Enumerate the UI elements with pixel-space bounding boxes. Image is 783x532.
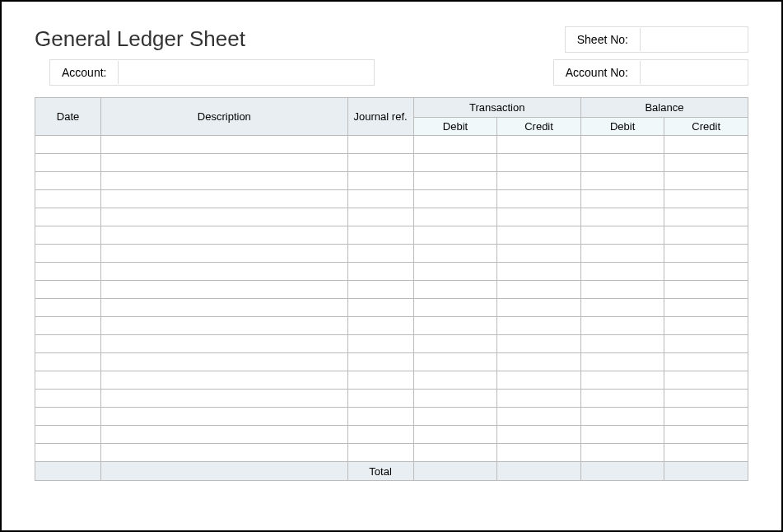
cell-bDebit[interactable] [580, 281, 664, 299]
cell-date[interactable] [35, 444, 101, 462]
account-no-value[interactable] [641, 60, 748, 85]
cell-date[interactable] [35, 245, 101, 263]
cell-bDebit[interactable] [580, 190, 664, 208]
cell-bCredit[interactable] [664, 226, 748, 245]
cell-date[interactable] [35, 154, 101, 172]
cell-date[interactable] [35, 263, 101, 281]
cell-bCredit[interactable] [664, 299, 748, 317]
cell-bDebit[interactable] [580, 335, 664, 353]
cell-bDebit[interactable] [580, 390, 664, 408]
cell-date[interactable] [35, 136, 101, 154]
cell-description[interactable] [101, 172, 347, 190]
cell-bCredit[interactable] [664, 208, 748, 226]
cell-tDebit[interactable] [413, 226, 497, 245]
cell-date[interactable] [35, 353, 101, 371]
cell-tCredit[interactable] [497, 263, 581, 281]
cell-journalRef[interactable] [347, 263, 413, 281]
cell-tCredit[interactable] [497, 335, 581, 353]
cell-tDebit[interactable] [413, 444, 497, 462]
cell-tCredit[interactable] [497, 208, 581, 226]
cell-bCredit[interactable] [664, 444, 748, 462]
cell-description[interactable] [101, 390, 347, 408]
cell-bCredit[interactable] [664, 281, 748, 299]
cell-journalRef[interactable] [347, 281, 413, 299]
cell-date[interactable] [35, 390, 101, 408]
cell-bCredit[interactable] [664, 353, 748, 371]
cell-date[interactable] [35, 335, 101, 353]
cell-bDebit[interactable] [580, 371, 664, 390]
cell-bCredit[interactable] [664, 390, 748, 408]
cell-date[interactable] [35, 317, 101, 335]
cell-bDebit[interactable] [580, 245, 664, 263]
cell-journalRef[interactable] [347, 426, 413, 444]
cell-tCredit[interactable] [497, 172, 581, 190]
cell-date[interactable] [35, 172, 101, 190]
cell-bCredit[interactable] [664, 190, 748, 208]
cell-tDebit[interactable] [413, 335, 497, 353]
cell-journalRef[interactable] [347, 335, 413, 353]
cell-bDebit[interactable] [580, 444, 664, 462]
cell-description[interactable] [101, 190, 347, 208]
cell-bCredit[interactable] [664, 371, 748, 390]
cell-tCredit[interactable] [497, 154, 581, 172]
cell-bDebit[interactable] [580, 263, 664, 281]
cell-journalRef[interactable] [347, 408, 413, 426]
cell-tDebit[interactable] [413, 208, 497, 226]
cell-bCredit[interactable] [664, 136, 748, 154]
cell-tCredit[interactable] [497, 353, 581, 371]
cell-journalRef[interactable] [347, 390, 413, 408]
cell-tDebit[interactable] [413, 426, 497, 444]
cell-tDebit[interactable] [413, 190, 497, 208]
cell-description[interactable] [101, 154, 347, 172]
cell-journalRef[interactable] [347, 317, 413, 335]
cell-date[interactable] [35, 190, 101, 208]
cell-bDebit[interactable] [580, 226, 664, 245]
cell-description[interactable] [101, 299, 347, 317]
cell-description[interactable] [101, 281, 347, 299]
cell-bDebit[interactable] [580, 408, 664, 426]
cell-description[interactable] [101, 353, 347, 371]
cell-description[interactable] [101, 136, 347, 154]
cell-journalRef[interactable] [347, 154, 413, 172]
cell-bCredit[interactable] [664, 317, 748, 335]
cell-date[interactable] [35, 426, 101, 444]
cell-tCredit[interactable] [497, 281, 581, 299]
cell-tDebit[interactable] [413, 245, 497, 263]
cell-description[interactable] [101, 408, 347, 426]
cell-tDebit[interactable] [413, 353, 497, 371]
cell-bCredit[interactable] [664, 335, 748, 353]
cell-bCredit[interactable] [664, 172, 748, 190]
cell-bCredit[interactable] [664, 426, 748, 444]
cell-description[interactable] [101, 426, 347, 444]
cell-tCredit[interactable] [497, 408, 581, 426]
cell-tDebit[interactable] [413, 317, 497, 335]
cell-tCredit[interactable] [497, 426, 581, 444]
cell-journalRef[interactable] [347, 172, 413, 190]
cell-date[interactable] [35, 208, 101, 226]
cell-bDebit[interactable] [580, 317, 664, 335]
cell-tDebit[interactable] [413, 281, 497, 299]
cell-tDebit[interactable] [413, 136, 497, 154]
cell-journalRef[interactable] [347, 208, 413, 226]
cell-date[interactable] [35, 226, 101, 245]
cell-tCredit[interactable] [497, 371, 581, 390]
cell-description[interactable] [101, 263, 347, 281]
cell-date[interactable] [35, 299, 101, 317]
cell-description[interactable] [101, 226, 347, 245]
cell-bCredit[interactable] [664, 263, 748, 281]
cell-tDebit[interactable] [413, 172, 497, 190]
cell-tCredit[interactable] [497, 190, 581, 208]
cell-description[interactable] [101, 371, 347, 390]
cell-description[interactable] [101, 245, 347, 263]
cell-date[interactable] [35, 371, 101, 390]
cell-description[interactable] [101, 317, 347, 335]
cell-date[interactable] [35, 408, 101, 426]
cell-date[interactable] [35, 281, 101, 299]
cell-tCredit[interactable] [497, 136, 581, 154]
cell-tDebit[interactable] [413, 371, 497, 390]
cell-bDebit[interactable] [580, 154, 664, 172]
cell-bCredit[interactable] [664, 245, 748, 263]
cell-tDebit[interactable] [413, 263, 497, 281]
cell-tCredit[interactable] [497, 390, 581, 408]
cell-tCredit[interactable] [497, 317, 581, 335]
